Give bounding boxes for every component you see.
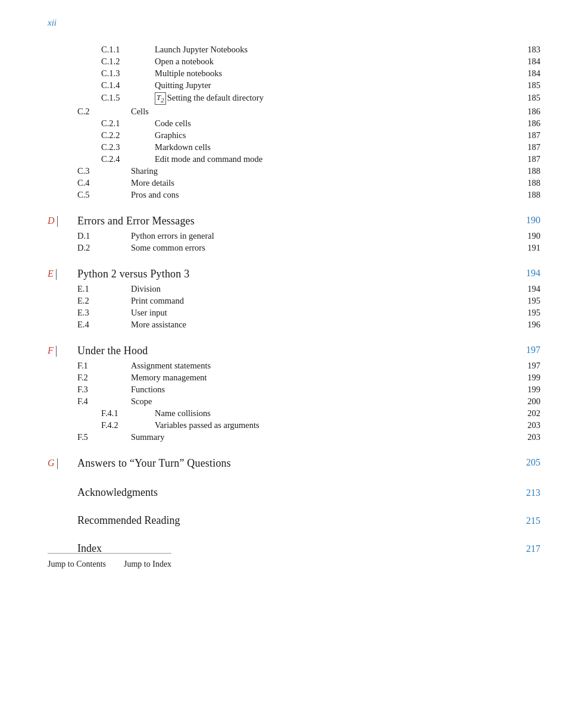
entry-title: Open a notebook bbox=[155, 57, 523, 67]
entry-title: Some common errors bbox=[131, 243, 523, 253]
entry-page: 184 bbox=[527, 57, 540, 67]
entry-c1-1: C.1.1 Launch Jupyter Notebooks 183 bbox=[48, 45, 540, 55]
chapter-f-divider bbox=[56, 346, 57, 357]
chapter-g-title: Answers to “Your Turn” Questions bbox=[77, 457, 511, 470]
chapter-d-divider bbox=[57, 216, 58, 227]
entry-title: Code cells bbox=[155, 118, 523, 129]
chapter-d-title: Errors and Error Messages bbox=[77, 215, 511, 227]
c-section-remainder: C.1.1 Launch Jupyter Notebooks 183 C.1.2… bbox=[48, 45, 540, 200]
entry-title: Edit mode and command mode bbox=[155, 154, 523, 164]
entry-title: Python errors in general bbox=[131, 231, 523, 241]
entry-d2: D.2 Some common errors 191 bbox=[48, 243, 540, 253]
entry-title: Division bbox=[131, 284, 523, 294]
entry-label: C.1.1 bbox=[77, 45, 155, 55]
chapter-f-entry: F Under the Hood 197 bbox=[48, 345, 540, 357]
page-number-top: xii bbox=[48, 18, 540, 28]
entry-page: 186 bbox=[527, 107, 540, 117]
entry-c2-3: C.2.3 Markdown cells 187 bbox=[48, 142, 540, 152]
entry-page: 183 bbox=[527, 45, 540, 55]
entry-label: F.4.1 bbox=[77, 408, 155, 418]
entry-page: 187 bbox=[527, 130, 540, 140]
footer-nav: Jump to Contents Jump to Index bbox=[48, 553, 171, 569]
entry-title: Pros and cons bbox=[131, 190, 523, 200]
entry-title: Launch Jupyter Notebooks bbox=[155, 45, 523, 55]
entry-f1: F.1 Assignment statements 197 bbox=[48, 361, 540, 371]
entry-page: 191 bbox=[527, 243, 540, 253]
entry-page: 188 bbox=[527, 178, 540, 188]
entry-page: 196 bbox=[527, 320, 540, 330]
recommended-reading-title: Recommended Reading bbox=[77, 514, 511, 527]
entry-title: Print command bbox=[131, 296, 523, 306]
chapter-g-page: 205 bbox=[511, 457, 540, 468]
chapter-f-title: Under the Hood bbox=[77, 345, 511, 357]
entry-c2: C.2 Cells 186 bbox=[48, 107, 540, 117]
entry-page: 194 bbox=[527, 284, 540, 294]
entry-e3: E.3 User input 195 bbox=[48, 308, 540, 318]
entry-c2-4: C.2.4 Edit mode and command mode 187 bbox=[48, 154, 540, 164]
entry-label: F.4 bbox=[77, 396, 131, 407]
entry-label: E.2 bbox=[77, 296, 131, 306]
chapter-g-entry: G Answers to “Your Turn” Questions 205 bbox=[48, 457, 540, 470]
entry-title: More assistance bbox=[131, 320, 523, 330]
entry-f3: F.3 Functions 199 bbox=[48, 385, 540, 395]
entry-title: Assignment statements bbox=[131, 361, 523, 371]
chapter-g-letter-block: G bbox=[48, 457, 77, 469]
entry-label: C.2.1 bbox=[77, 118, 155, 129]
entry-label: C.2.4 bbox=[77, 154, 155, 164]
chapter-d-letter: D bbox=[48, 215, 55, 226]
chapter-f-page: 197 bbox=[511, 345, 540, 355]
entry-page: 202 bbox=[527, 408, 540, 418]
entry-title: Scope bbox=[131, 396, 523, 407]
entry-label: C.1.2 bbox=[77, 57, 155, 67]
recommended-reading-entry: Recommended Reading 215 bbox=[48, 514, 540, 527]
entry-page: 188 bbox=[527, 166, 540, 176]
entry-e1: E.1 Division 194 bbox=[48, 284, 540, 294]
entry-label: F.5 bbox=[77, 432, 131, 442]
entry-page: 199 bbox=[527, 385, 540, 395]
entry-title: User input bbox=[131, 308, 523, 318]
entry-label: E.4 bbox=[77, 320, 131, 330]
entry-title: Graphics bbox=[155, 130, 523, 140]
entry-page: 185 bbox=[527, 80, 540, 90]
entry-label: C.2.2 bbox=[77, 130, 155, 140]
entry-label: D.2 bbox=[77, 243, 131, 253]
entry-title: Summary bbox=[131, 432, 523, 442]
chapter-e-letter-block: E bbox=[48, 268, 77, 280]
recommended-reading-page: 215 bbox=[511, 516, 540, 526]
entry-f2: F.2 Memory management 199 bbox=[48, 373, 540, 383]
chapter-e-page: 194 bbox=[511, 268, 540, 279]
entry-page: 185 bbox=[527, 93, 540, 103]
entry-page: 187 bbox=[527, 142, 540, 152]
entry-e4: E.4 More assistance 196 bbox=[48, 320, 540, 330]
entry-label: F.3 bbox=[77, 385, 131, 395]
entry-label: F.4.2 bbox=[77, 420, 155, 430]
jump-to-contents-link[interactable]: Jump to Contents bbox=[48, 560, 106, 569]
chapter-e-letter: E bbox=[48, 268, 54, 279]
entry-page: 197 bbox=[527, 361, 540, 371]
chapter-f-letter-block: F bbox=[48, 345, 77, 357]
jump-to-index-link[interactable]: Jump to Index bbox=[124, 560, 171, 569]
entry-label: E.1 bbox=[77, 284, 131, 294]
entry-title: Variables passed as arguments bbox=[155, 420, 523, 430]
chapter-e-divider bbox=[56, 269, 57, 280]
acknowledgments-page: 213 bbox=[511, 488, 540, 498]
entry-title: Multiple notebooks bbox=[155, 68, 523, 79]
entry-page: 200 bbox=[527, 396, 540, 407]
entry-c1-5: C.1.5 T2Setting the default directory 18… bbox=[48, 92, 540, 105]
entry-page: 199 bbox=[527, 373, 540, 383]
entry-label: C.5 bbox=[77, 190, 131, 200]
entry-c1-3: C.1.3 Multiple notebooks 184 bbox=[48, 68, 540, 79]
entry-title: Markdown cells bbox=[155, 142, 523, 152]
entry-label: C.2.3 bbox=[77, 142, 155, 152]
chapter-e-title: Python 2 versus Python 3 bbox=[77, 268, 511, 280]
entry-page: 188 bbox=[527, 190, 540, 200]
entry-title: Cells bbox=[131, 107, 523, 117]
chapter-g-divider bbox=[57, 458, 58, 469]
entry-label: C.1.3 bbox=[77, 68, 155, 79]
entry-label: C.2 bbox=[77, 107, 131, 117]
chapter-f-letter: F bbox=[48, 345, 54, 356]
entry-page: 184 bbox=[527, 68, 540, 79]
entry-c2-2: C.2.2 Graphics 187 bbox=[48, 130, 540, 140]
t2-icon: T2 bbox=[155, 92, 166, 105]
chapter-d-letter-block: D bbox=[48, 215, 77, 227]
